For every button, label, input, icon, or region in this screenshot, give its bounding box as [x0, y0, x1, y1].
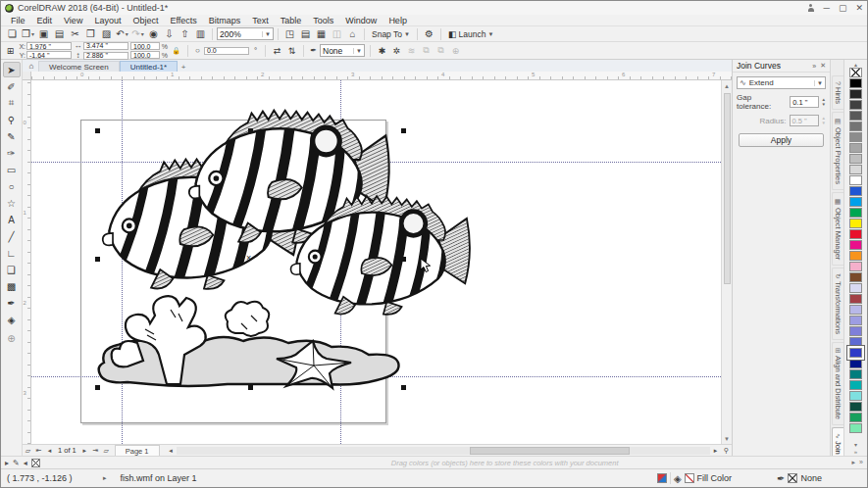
palette-flyout-icon[interactable]: ▸	[5, 459, 9, 467]
menu-item[interactable]: Window	[339, 16, 383, 25]
close-button[interactable]: ✕	[855, 4, 863, 13]
selection-center-marker[interactable]: ×	[246, 253, 251, 263]
palette-scroll-down-icon[interactable]: ▾	[854, 440, 857, 448]
menu-item[interactable]: Effects	[164, 16, 202, 25]
color-swatch[interactable]	[849, 89, 862, 99]
docker-tab[interactable]: ? Hints	[832, 75, 843, 110]
horizontal-ruler[interactable]: 01234567	[31, 72, 732, 80]
zoom-tool-icon[interactable]: ⚲	[721, 447, 732, 455]
add-page-button[interactable]: ▱	[101, 447, 112, 455]
color-swatch[interactable]	[849, 369, 862, 379]
palette-expand-icon[interactable]: »	[859, 459, 863, 466]
crop-tool[interactable]: ⌗	[3, 95, 21, 111]
group-button[interactable]: ⧉	[420, 44, 433, 57]
palette-scroll-right-icon[interactable]: ▸	[852, 459, 856, 466]
scroll-up-icon[interactable]: ▲	[722, 80, 732, 91]
color-swatch[interactable]	[849, 413, 862, 422]
color-swatch[interactable]	[849, 380, 862, 390]
export-button[interactable]: ⇧	[178, 27, 192, 41]
y-position-input[interactable]: -1.64 "	[26, 51, 72, 59]
horizontal-scroll-thumb[interactable]	[470, 447, 630, 455]
quick-customize-button[interactable]: ⊕	[449, 44, 462, 57]
menu-item[interactable]: Table	[275, 16, 308, 25]
color-swatch[interactable]	[849, 175, 862, 185]
open-button[interactable]: ❐	[21, 27, 35, 41]
color-swatch[interactable]	[849, 68, 862, 77]
lock-ratio-button[interactable]: 🔒	[170, 44, 182, 57]
pick-tool[interactable]: ➤	[3, 62, 21, 77]
ellipse-tool[interactable]: ○	[3, 178, 21, 194]
menu-item[interactable]: Tools	[307, 16, 339, 25]
color-swatch[interactable]	[849, 143, 862, 153]
zoom-tool[interactable]: ⚲	[3, 112, 21, 127]
selection-handle-bottom-center[interactable]	[248, 385, 253, 390]
zoom-level-combo[interactable]: 200% ▼	[217, 27, 274, 40]
snap-to-button[interactable]: Snap To ▼	[369, 29, 413, 39]
apply-button[interactable]: Apply	[739, 133, 824, 147]
color-swatch[interactable]	[849, 326, 862, 336]
selection-handle-bottom-left[interactable]	[95, 385, 100, 390]
polygon-tool[interactable]: ☆	[3, 195, 21, 211]
ungroup-button[interactable]: ⧉	[434, 44, 447, 57]
color-swatch[interactable]	[849, 154, 862, 164]
publish-pdf-button[interactable]: ▥	[193, 27, 208, 41]
menu-item[interactable]: File	[5, 16, 31, 25]
docker-tab[interactable]: ▤ Object Properties	[832, 112, 843, 190]
new-document-button[interactable]: ❏	[5, 27, 20, 41]
to-front-button[interactable]: ✱	[376, 44, 388, 57]
view-grid-button[interactable]: ▦	[314, 27, 329, 41]
maximize-button[interactable]: ▢	[839, 4, 847, 13]
x-position-input[interactable]: 1.976 "	[26, 42, 72, 50]
options-button[interactable]: ⚙	[422, 27, 436, 41]
undo-button[interactable]: ↶	[115, 27, 129, 41]
import-button[interactable]: ⇩	[162, 27, 177, 41]
to-back-button[interactable]: ✲	[390, 44, 403, 57]
dimension-tool[interactable]: ╱	[3, 228, 21, 244]
color-swatch[interactable]	[849, 391, 862, 401]
view-guidelines-button[interactable]: ◫	[330, 27, 344, 41]
selection-handle-top-center[interactable]	[248, 128, 253, 133]
copy-button[interactable]: ❒	[83, 27, 98, 41]
save-button[interactable]: ▣	[36, 27, 51, 41]
previous-page-button[interactable]: ◂	[44, 447, 55, 455]
color-swatch[interactable]	[849, 348, 862, 358]
color-swatch[interactable]	[849, 294, 862, 304]
scroll-left-icon[interactable]: ◂	[166, 447, 177, 455]
color-swatch[interactable]	[849, 251, 862, 261]
menu-item[interactable]: Edit	[31, 16, 59, 25]
docker-collapse-icon[interactable]: »	[812, 63, 816, 70]
gap-tolerance-input[interactable]: 0.1 "	[790, 96, 818, 108]
rectangle-tool[interactable]: ▭	[3, 162, 21, 177]
scale-h-input[interactable]: 100.0	[130, 42, 160, 50]
outline-width-combo[interactable]: None ▼	[320, 44, 365, 57]
color-eyedropper-tool[interactable]: ✒	[3, 295, 21, 311]
color-swatch[interactable]	[849, 240, 862, 250]
color-swatch[interactable]	[849, 208, 862, 218]
palette-expand-icon[interactable]: »	[854, 448, 857, 456]
status-flyout-icon[interactable]: ▸	[103, 474, 107, 482]
color-swatch[interactable]	[849, 186, 862, 196]
color-swatch[interactable]	[849, 262, 862, 271]
menu-item[interactable]: Bitmaps	[203, 16, 247, 25]
menu-item[interactable]: Text	[246, 16, 275, 25]
color-swatch[interactable]	[849, 316, 862, 325]
outline-none-swatch[interactable]	[788, 473, 797, 483]
page-1-tab[interactable]: Page 1	[115, 445, 160, 456]
last-page-button[interactable]: ⇥	[90, 447, 101, 455]
menu-item[interactable]: Object	[127, 16, 164, 25]
color-swatch[interactable]	[849, 359, 862, 368]
selection-handle-bottom-right[interactable]	[401, 385, 406, 390]
tab-untitled-document[interactable]: Untitled-1*	[120, 61, 178, 72]
color-swatch[interactable]	[849, 219, 862, 228]
mirror-vertical-button[interactable]: ⇅	[285, 44, 298, 57]
search-content-button[interactable]: ◉	[146, 27, 161, 41]
drawing-canvas[interactable]: ×	[31, 80, 721, 444]
color-swatch[interactable]	[849, 197, 862, 207]
next-page-button[interactable]: ▸	[79, 447, 90, 455]
selection-handle-top-left[interactable]	[95, 128, 100, 133]
color-swatch[interactable]	[849, 122, 862, 131]
palette-scroll-left-icon[interactable]: ◂	[24, 459, 27, 467]
rotation-angle-input[interactable]: 0.0	[204, 47, 249, 55]
transparency-tool[interactable]: ▩	[3, 278, 21, 294]
vertical-scrollbar[interactable]: ▲ ▼	[721, 80, 732, 444]
